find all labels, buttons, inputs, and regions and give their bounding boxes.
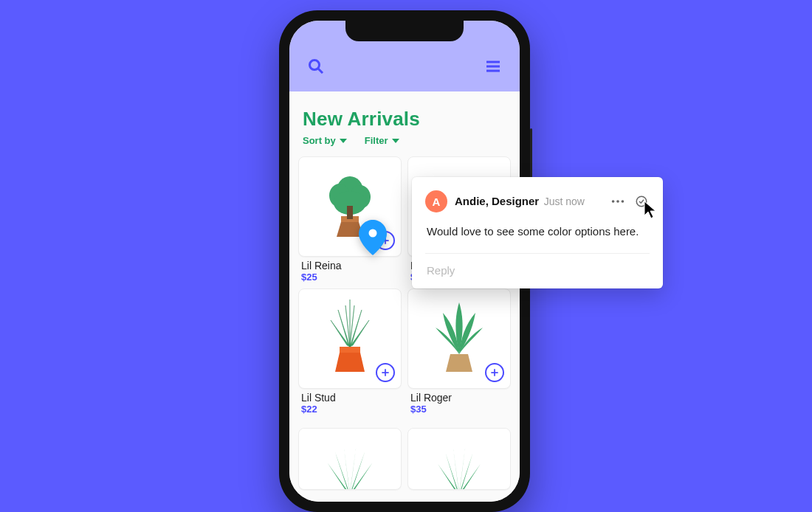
sort-by-label: Sort by xyxy=(303,135,336,146)
comment-popover: A Andie, Designer Just now Would love to… xyxy=(412,177,663,288)
svg-rect-9 xyxy=(347,206,353,219)
product-meta: Lil Reina $25 xyxy=(301,260,399,283)
product-price: $25 xyxy=(301,271,399,283)
search-icon[interactable] xyxy=(306,56,326,77)
avatar: A xyxy=(425,190,447,212)
chevron-down-icon xyxy=(340,139,347,143)
product-tile[interactable] xyxy=(407,428,511,490)
resolve-check-icon[interactable] xyxy=(633,193,650,210)
list-controls: Sort by Filter xyxy=(303,135,506,146)
filter-dropdown[interactable]: Filter xyxy=(365,135,399,146)
plant-image xyxy=(424,295,495,382)
svg-point-23 xyxy=(369,229,377,238)
comment-pin-icon[interactable] xyxy=(357,218,388,257)
product-meta: Lil Roger $35 xyxy=(410,392,508,415)
product-name: Lil Stud xyxy=(301,392,399,404)
plant-image xyxy=(314,432,385,490)
svg-point-25 xyxy=(616,200,619,203)
sort-by-dropdown[interactable]: Sort by xyxy=(303,135,347,146)
svg-point-24 xyxy=(612,200,615,203)
svg-point-27 xyxy=(636,196,647,207)
filter-label: Filter xyxy=(365,135,388,146)
product-name: Lil Reina xyxy=(301,260,399,271)
product-price: $35 xyxy=(410,404,508,415)
plant-image xyxy=(424,432,495,490)
svg-point-26 xyxy=(622,200,625,203)
product-meta: Lil Stud $22 xyxy=(301,392,399,415)
product-price: $22 xyxy=(301,404,399,415)
add-to-cart-button[interactable] xyxy=(376,363,395,382)
comment-timestamp: Just now xyxy=(544,196,585,207)
add-to-cart-button[interactable] xyxy=(485,363,504,382)
more-options-icon[interactable] xyxy=(610,193,626,210)
product-tile[interactable] xyxy=(298,288,402,389)
product-tile[interactable] xyxy=(298,428,402,490)
svg-point-0 xyxy=(310,60,320,70)
comment-author: Andie, Designer xyxy=(455,195,539,207)
reply-input[interactable]: Reply xyxy=(425,253,650,288)
phone-notch xyxy=(345,21,464,41)
plant-image xyxy=(314,295,385,382)
page-title: New Arrivals xyxy=(303,108,506,131)
product-cell xyxy=(407,428,511,490)
comment-author-line: Andie, Designer Just now xyxy=(455,195,585,208)
svg-line-1 xyxy=(318,69,323,73)
comment-body: Would love to see some color options her… xyxy=(425,223,650,240)
product-name: Lil Roger xyxy=(410,392,508,404)
chevron-down-icon xyxy=(392,139,399,143)
hamburger-menu-icon[interactable] xyxy=(483,56,503,77)
comment-header: A Andie, Designer Just now xyxy=(425,190,650,212)
product-cell xyxy=(298,428,402,490)
product-cell: Lil Stud $22 xyxy=(298,288,402,415)
product-cell: Lil Roger $35 xyxy=(407,288,511,415)
product-tile[interactable] xyxy=(407,288,511,389)
app-content: New Arrivals Sort by Filter xyxy=(289,91,520,502)
